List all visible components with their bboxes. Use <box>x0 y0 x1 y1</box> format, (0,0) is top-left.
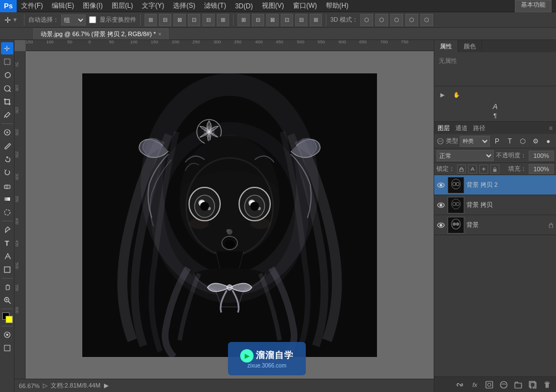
crop-tool[interactable] <box>1 96 13 108</box>
align-bottom-button[interactable]: ⊠ <box>173 14 186 26</box>
lock-image-button[interactable] <box>468 165 477 173</box>
opacity-input[interactable] <box>529 151 554 161</box>
type-tool[interactable]: T <box>1 237 13 249</box>
paragraph-adjust-icon[interactable]: ¶ <box>436 112 554 119</box>
align-left-button[interactable]: ⊡ <box>188 14 200 26</box>
menu-select[interactable]: 选择(S) <box>168 0 200 12</box>
menu-image[interactable]: 图像(I) <box>78 0 107 12</box>
menu-edit[interactable]: 编辑(E) <box>47 0 78 12</box>
lock-position-button[interactable] <box>479 165 488 173</box>
filter-icon2[interactable]: T <box>504 136 515 147</box>
clone-stamp-tool[interactable] <box>1 153 13 165</box>
menu-file[interactable]: 文件(F) <box>17 0 47 12</box>
layer-visibility-1[interactable] <box>436 181 445 190</box>
blur-tool[interactable] <box>1 206 13 219</box>
status-separator: ▷ <box>43 382 47 389</box>
layer-visibility-3[interactable] <box>436 221 445 230</box>
zoom-tool[interactable] <box>1 294 13 306</box>
menu-layer[interactable]: 图层(L) <box>107 0 138 12</box>
new-group-button[interactable] <box>513 379 524 390</box>
layer-visibility-2[interactable] <box>436 201 445 210</box>
menu-view[interactable]: 视图(V) <box>257 0 289 12</box>
layer-item-1[interactable]: 背景 拷贝 2 <box>434 175 556 195</box>
align-top-button[interactable]: ⊞ <box>145 14 157 26</box>
paths-tab[interactable]: 路径 <box>473 124 485 132</box>
distribute-left-button[interactable]: ⊡ <box>281 14 293 26</box>
3d-mode-btn4[interactable]: ⬡ <box>405 14 418 26</box>
shape-tool[interactable] <box>1 264 13 276</box>
eraser-tool[interactable] <box>1 180 13 192</box>
ruler-vertical: 50 100 150 200 250 300 350 400 450 500 5… <box>14 51 26 392</box>
tabs-bar: 动景.jpg @ 66.7% (背景 拷贝 2, RGB/8#) * × <box>0 28 556 40</box>
ruler-mark: 550 <box>317 40 325 44</box>
screen-mode-button[interactable] <box>1 342 13 354</box>
auto-select-dropdown[interactable]: 组图层 <box>61 14 86 26</box>
align-center-button[interactable]: ⊟ <box>202 14 215 26</box>
svg-rect-59 <box>493 169 497 172</box>
menu-help[interactable]: 帮助(H) <box>321 0 353 12</box>
pen-tool[interactable] <box>1 224 13 236</box>
text-adjust-icon[interactable]: A <box>436 102 554 111</box>
workspace-mode-button[interactable]: 基本功能 <box>515 0 552 12</box>
document-tab[interactable]: 动景.jpg @ 66.7% (背景 拷贝 2, RGB/8#) * × <box>33 28 168 39</box>
channels-tab[interactable]: 通道 <box>455 124 468 132</box>
layers-tab[interactable]: 图层 <box>438 124 450 132</box>
layer-fx-button[interactable]: fx <box>469 379 480 390</box>
status-arrow[interactable]: ▶ <box>104 382 108 389</box>
distribute-bottom-button[interactable]: ⊠ <box>266 14 279 26</box>
3d-mode-btn1[interactable]: ⬡ <box>360 14 373 26</box>
new-adjustment-button[interactable] <box>498 379 509 390</box>
move-tool-arrow: ▼ <box>12 17 18 23</box>
layer-item-3[interactable]: 背景 <box>434 215 556 235</box>
align-right-button[interactable]: ⊞ <box>217 14 229 26</box>
align-middle-button[interactable]: ⊟ <box>159 14 171 26</box>
filter-icon1[interactable]: P <box>492 136 503 147</box>
distribute-right-button[interactable]: ⊞ <box>310 14 322 26</box>
marquee-tool[interactable] <box>1 56 13 68</box>
move-tool[interactable]: ✛ <box>1 42 13 54</box>
tab-close-button[interactable]: × <box>158 31 161 37</box>
eyedropper-tool[interactable] <box>1 109 13 121</box>
fill-input[interactable] <box>529 164 554 174</box>
select-adjust-icon[interactable]: ▶ <box>436 88 449 101</box>
filter-icon4[interactable]: ⚙ <box>530 136 541 147</box>
distribute-middle-button[interactable]: ⊟ <box>252 14 264 26</box>
hand-adjust-icon[interactable]: ✋ <box>450 88 463 101</box>
lasso-tool[interactable] <box>1 69 13 81</box>
distribute-top-button[interactable]: ⊞ <box>237 14 250 26</box>
hand-tool[interactable] <box>1 281 13 293</box>
3d-mode-btn5[interactable]: ⬡ <box>420 14 433 26</box>
layer-item-2[interactable]: 背景 拷贝 <box>434 195 556 215</box>
blend-opacity-row: 正常 不透明度： <box>434 148 556 163</box>
image-canvas[interactable] <box>82 73 377 357</box>
quick-mask-button[interactable] <box>1 329 13 341</box>
3d-mode-btn3[interactable]: ⬡ <box>390 14 403 26</box>
lock-pixels-button[interactable] <box>457 165 466 173</box>
menu-filter[interactable]: 滤镜(T) <box>200 0 230 12</box>
brush-tool[interactable] <box>1 140 13 152</box>
color-swatches[interactable] <box>1 311 13 324</box>
heal-tool[interactable] <box>1 126 13 138</box>
menu-text[interactable]: 文字(Y) <box>137 0 168 12</box>
delete-layer-button[interactable] <box>542 379 553 390</box>
distribute-center-button[interactable]: ⊟ <box>295 14 307 26</box>
filter-toggle[interactable]: ● <box>543 136 554 147</box>
link-layers-button[interactable] <box>455 379 466 390</box>
layers-panel-menu[interactable]: ≡ <box>549 125 553 131</box>
path-select-tool[interactable] <box>1 250 13 262</box>
filter-type-dropdown[interactable]: 种类 <box>460 136 490 147</box>
filter-icon3[interactable]: ⬡ <box>517 136 528 147</box>
add-mask-button[interactable] <box>484 379 495 390</box>
new-layer-button[interactable] <box>527 379 538 390</box>
color-tab[interactable]: 颜色 <box>458 40 482 52</box>
menu-3d[interactable]: 3D(D) <box>231 1 257 11</box>
lock-all-button[interactable] <box>490 165 499 173</box>
show-transform-checkbox[interactable] <box>89 16 96 23</box>
properties-tab[interactable]: 属性 <box>434 40 458 52</box>
blend-mode-dropdown[interactable]: 正常 <box>436 150 494 161</box>
3d-mode-btn2[interactable]: ⬡ <box>375 14 388 26</box>
gradient-tool[interactable] <box>1 193 13 205</box>
quick-select-tool[interactable] <box>1 82 13 95</box>
menu-window[interactable]: 窗口(W) <box>289 0 321 12</box>
history-brush-tool[interactable] <box>1 166 13 178</box>
